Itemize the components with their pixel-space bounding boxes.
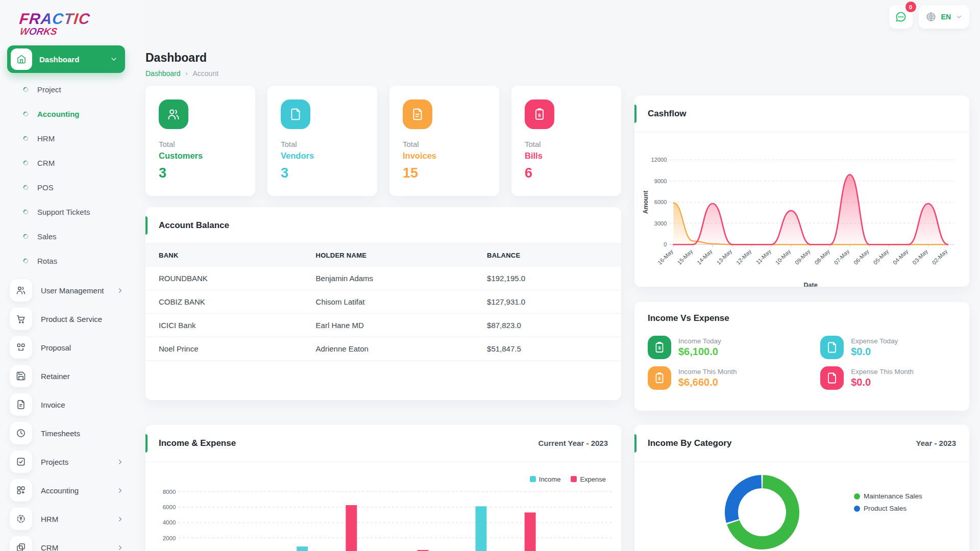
stat-card-invoices[interactable]: TotalInvoices15 [389, 86, 499, 196]
sidebar-dashboard-label: Dashboard [39, 55, 103, 64]
svg-text:02-May: 02-May [931, 248, 949, 266]
sidebar-item-invoice[interactable]: Invoice [7, 390, 125, 419]
grid-plus-icon [16, 485, 26, 495]
breadcrumb-dashboard[interactable]: Dashboard [145, 69, 181, 78]
sidebar-sub-item-pos[interactable]: POS [7, 175, 125, 199]
cell-balance: $127,931.0 [474, 290, 621, 314]
sidebar-sub-item-rotas[interactable]: Rotas [7, 248, 125, 273]
sidebar-item-projects[interactable]: Projects [7, 447, 125, 476]
svg-text:2000: 2000 [163, 535, 176, 541]
ive-label: Income Today [678, 337, 721, 345]
ive-value: $0.0 [851, 377, 914, 388]
svg-text:3000: 3000 [654, 220, 667, 227]
table-row: COBIZ BANKChisom Latifat$127,931.0 [145, 290, 621, 314]
bullet-icon [23, 87, 29, 92]
sidebar-item-crm[interactable]: CRM [7, 533, 125, 551]
left-column: TotalCustomers3TotalVendors3TotalInvoice… [145, 86, 621, 551]
logo[interactable]: FRACTIC WORKS [19, 10, 125, 37]
stat-card-customers[interactable]: TotalCustomers3 [145, 86, 255, 196]
sub-item-label: HRM [37, 134, 55, 143]
cashflow-chart: 03000600090001200016-May15-May14-May13-M… [634, 132, 969, 287]
sidebar-item-user-management[interactable]: User Management [7, 276, 125, 305]
table-body: ROUNDBANKBenjamin Adams$192,195.0COBIZ B… [145, 267, 621, 361]
sidebar-item-retainer[interactable]: Retainer [7, 362, 125, 390]
sidebar-item-timesheets[interactable]: Timesheets [7, 419, 125, 447]
sidebar-item-label: Retainer [41, 372, 125, 381]
sidebar-item-label: HRM [41, 515, 108, 523]
stat-value: 3 [281, 165, 364, 181]
legend-item-income[interactable]: Income [530, 474, 561, 484]
checkbox-icon [16, 457, 26, 467]
sidebar-sub-item-hrm[interactable]: HRM [7, 126, 125, 151]
income-by-category-subtitle: Year - 2023 [916, 439, 956, 447]
svg-text:8000: 8000 [163, 489, 176, 495]
income-expense-chart-card: Income & Expense Current Year - 2023 Inc… [145, 425, 621, 551]
sidebar: FRACTIC WORKS Dashboard ProjectAccountin… [0, 0, 145, 551]
sidebar-item-label: Accounting [41, 486, 108, 495]
donut-legend: Maintenance SalesProduct Sales [854, 492, 922, 512]
col-holder-name: HOLDER NAME [303, 244, 474, 267]
legend-swatch [530, 476, 536, 482]
stat-value: 3 [159, 165, 242, 181]
save-icon [16, 371, 26, 381]
users-icon [167, 108, 180, 121]
cell-holder: Earl Hane MD [303, 314, 474, 337]
stat-label: Invoices [403, 151, 486, 161]
clipboard-dollar-icon: $ [533, 108, 546, 121]
note-icon [289, 108, 302, 121]
sidebar-item-label: Product & Service [41, 315, 125, 323]
sub-item-label: CRM [37, 159, 55, 167]
ive-item-expense-this-month: Expense This Month$0.0 [820, 366, 956, 390]
sidebar-sub-item-accounting[interactable]: Accounting [7, 102, 125, 126]
svg-text:$: $ [658, 345, 660, 350]
bullet-icon [23, 111, 29, 117]
donut-legend-item-product-sales[interactable]: Product Sales [854, 505, 922, 512]
sidebar-item-proposal[interactable]: Proposal [7, 333, 125, 362]
sidebar-sub-item-support-tickets[interactable]: Support Tickets [7, 199, 125, 224]
cell-holder: Benjamin Adams [303, 267, 474, 290]
chevron-down-icon [110, 55, 118, 63]
legend-label: Maintenance Sales [864, 492, 922, 500]
page-title: Dashboard [145, 0, 969, 65]
sidebar-sub-items: ProjectAccountingHRMCRMPOSSupport Ticket… [7, 77, 125, 273]
sidebar-sub-item-project[interactable]: Project [7, 77, 125, 102]
sidebar-sub-item-crm[interactable]: CRM [7, 151, 125, 175]
svg-text:0: 0 [664, 241, 667, 247]
card-accent [145, 216, 148, 235]
bar-legend: IncomeExpense [145, 462, 621, 485]
sidebar-item-hrm[interactable]: HRM [7, 505, 125, 533]
stat-card-bills[interactable]: $TotalBills6 [511, 86, 621, 196]
ive-item-expense-today: Expense Today$0.0 [820, 336, 956, 359]
sidebar-item-product-service[interactable]: Product & Service [7, 305, 125, 333]
svg-text:09-May: 09-May [794, 248, 812, 266]
home-icon-box [11, 48, 32, 70]
stat-card-vendors[interactable]: TotalVendors3 [267, 86, 377, 196]
svg-text:03-May: 03-May [911, 248, 929, 266]
income-expense-subtitle: Current Year - 2023 [538, 439, 608, 447]
cashflow-title: Cashflow [648, 109, 687, 119]
svg-text:9000: 9000 [654, 178, 667, 184]
legend-item-expense[interactable]: Expense [571, 474, 606, 484]
sidebar-main-items: User ManagementProduct & ServiceProposal… [7, 276, 125, 551]
chat-button[interactable]: 0 [889, 5, 913, 29]
income-vs-expense-card: Income Vs Expense $Income Today$6,100.0E… [634, 302, 969, 411]
ive-label: Expense Today [851, 337, 898, 345]
donut-legend-item-maintenance-sales[interactable]: Maintenance Sales [854, 492, 922, 500]
chevron-down-icon [110, 55, 118, 63]
svg-text:10-May: 10-May [774, 248, 792, 266]
language-selector[interactable]: EN [919, 5, 969, 29]
sub-item-label: Support Tickets [37, 208, 90, 216]
ive-label: Expense This Month [851, 368, 914, 375]
target-icon [16, 514, 26, 524]
sidebar-item-dashboard[interactable]: Dashboard [7, 45, 125, 73]
sidebar-item-accounting[interactable]: Accounting [7, 476, 125, 505]
sidebar-sub-item-sales[interactable]: Sales [7, 224, 125, 248]
sub-item-label: Rotas [37, 257, 57, 265]
card-accent [634, 105, 636, 123]
donut-chart [719, 469, 805, 551]
main-content: 0 EN Dashboard Dashboard › Account Total… [145, 0, 980, 551]
chat-icon [895, 11, 907, 23]
chat-badge: 0 [905, 2, 916, 12]
ive-value: $6,660.0 [678, 377, 737, 388]
chevron-right-icon [116, 458, 124, 466]
